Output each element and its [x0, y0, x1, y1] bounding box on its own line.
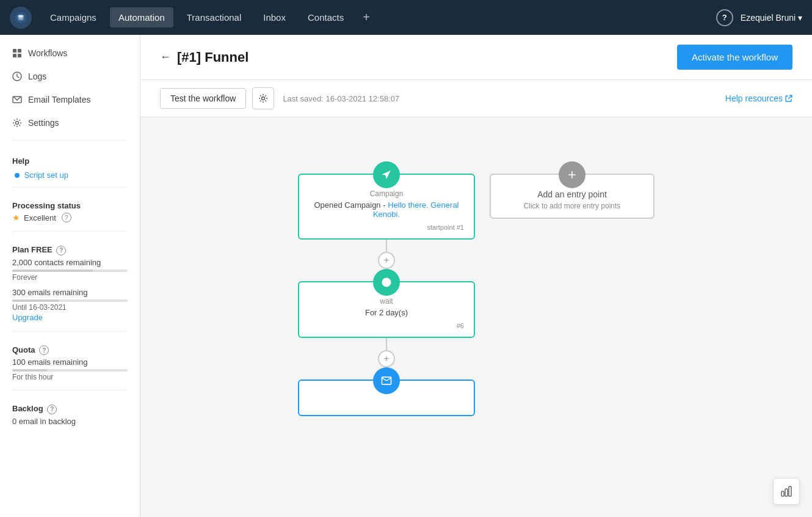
- upgrade-link[interactable]: Upgrade: [12, 313, 43, 322]
- emails-progress-bar: [12, 299, 128, 302]
- add-entry-title: Add an entry point: [501, 189, 643, 199]
- backlog-value: 0 email in backlog: [12, 417, 128, 426]
- contacts-period: Forever: [12, 273, 128, 282]
- wait-node-content: For 2 day(s): [309, 308, 464, 317]
- help-resources-label: Help resources: [725, 94, 783, 103]
- svg-rect-4: [18, 54, 21, 57]
- quota-text: Quota: [12, 345, 35, 354]
- sidebar-item-settings[interactable]: Settings: [0, 112, 140, 134]
- contacts-progress-fill: [12, 270, 93, 272]
- svg-point-8: [262, 97, 265, 100]
- sidebar-email-templates-label: Email Templates: [28, 95, 90, 105]
- page-header: ← [#1] Funnel Activate the workflow: [140, 35, 812, 80]
- help-section-label: Help: [0, 147, 140, 168]
- backlog-label: Backlog ?: [12, 404, 128, 414]
- help-icon-processing[interactable]: ?: [62, 213, 71, 222]
- excellent-text: Excellent: [24, 213, 56, 222]
- sidebar-item-workflows[interactable]: Workflows: [0, 42, 140, 64]
- email-node[interactable]: [298, 380, 475, 416]
- quota-progress-fill: [12, 369, 47, 372]
- quota-emails: 100 emails remaining: [12, 358, 128, 367]
- svg-rect-10: [781, 491, 784, 496]
- svg-rect-3: [13, 54, 16, 57]
- quota-period: For this hour: [12, 373, 128, 381]
- workflow-settings-button[interactable]: [252, 87, 274, 109]
- campaign-node-type: Campaign: [309, 189, 464, 198]
- help-icon-backlog[interactable]: ?: [47, 405, 57, 414]
- last-saved-text: Last saved: 16-03-2021 12:58:07: [283, 94, 399, 103]
- line-2a: [386, 338, 387, 350]
- svg-point-7: [16, 122, 19, 125]
- chart-button[interactable]: [773, 478, 800, 505]
- nav-contacts[interactable]: Contacts: [299, 7, 352, 28]
- help-button[interactable]: ?: [716, 9, 733, 26]
- plan-text: Plan FREE: [12, 245, 53, 254]
- toolbar: Test the workflow Last saved: 16-03-2021…: [140, 80, 812, 117]
- main-layout: Workflows Logs Email Templates Settings …: [0, 35, 812, 517]
- sidebar-item-email-templates[interactable]: Email Templates: [0, 89, 140, 111]
- svg-rect-2: [18, 49, 21, 53]
- workflow-canvas-area[interactable]: Campaign Opened Campaign - Hello there. …: [140, 117, 812, 517]
- back-button[interactable]: ←: [160, 51, 171, 64]
- page-title: [#1] Funnel: [177, 50, 248, 65]
- main-content: ← [#1] Funnel Activate the workflow Test…: [140, 35, 812, 517]
- nav-automation[interactable]: Automation: [110, 7, 173, 28]
- plan-section: Plan FREE ? 2,000 contacts remaining For…: [0, 238, 140, 325]
- script-setup-link[interactable]: Script set up: [0, 169, 140, 181]
- add-step-button-2[interactable]: +: [378, 350, 395, 367]
- processing-status-section: Processing status ★ Excellent ?: [0, 194, 140, 225]
- divider-5: [12, 390, 128, 391]
- emails-remaining: 300 emails remaining: [12, 288, 128, 297]
- add-step-button-1[interactable]: +: [378, 252, 395, 269]
- nav-campaigns[interactable]: Campaigns: [42, 7, 105, 28]
- activate-workflow-button[interactable]: Activate the workflow: [677, 45, 792, 70]
- logo[interactable]: [10, 7, 32, 29]
- email-node-icon: [373, 367, 400, 394]
- divider-2: [12, 187, 128, 188]
- nav-inbox[interactable]: Inbox: [255, 7, 294, 28]
- contacts-remaining: 2,000 contacts remaining: [12, 258, 128, 267]
- workflow-nodes: Campaign Opened Campaign - Hello there. …: [263, 160, 690, 416]
- star-icon: ★: [12, 213, 20, 222]
- svg-rect-11: [785, 489, 788, 496]
- script-setup-anchor[interactable]: Script set up: [24, 170, 68, 180]
- contacts-progress-bar: [12, 270, 128, 272]
- add-entry-point-node[interactable]: Add an entry point Click to add more ent…: [490, 174, 654, 219]
- processing-status-label: Processing status: [12, 201, 128, 210]
- sidebar-item-logs[interactable]: Logs: [0, 65, 140, 87]
- line-1a: [386, 240, 387, 252]
- add-entry-subtitle: Click to add more entry points: [501, 202, 643, 210]
- help-resources-link[interactable]: Help resources: [725, 94, 792, 103]
- backlog-section: Backlog ? 0 email in backlog: [0, 397, 140, 430]
- topnav: Campaigns Automation Transactional Inbox…: [0, 0, 812, 35]
- emails-until: Until 16-03-2021: [12, 303, 128, 312]
- sidebar-logs-label: Logs: [28, 72, 46, 81]
- sidebar-settings-label: Settings: [28, 118, 59, 128]
- campaign-node-icon: [373, 161, 400, 188]
- svg-rect-1: [13, 49, 16, 53]
- user-menu-button[interactable]: Ezequiel Bruni ▾: [741, 13, 802, 23]
- campaign-node[interactable]: Campaign Opened Campaign - Hello there. …: [298, 174, 475, 240]
- divider-4: [12, 331, 128, 332]
- add-menu-button[interactable]: +: [357, 9, 375, 27]
- test-workflow-button[interactable]: Test the workflow: [160, 88, 246, 109]
- dot-icon: [15, 173, 20, 178]
- plan-label: Plan FREE ?: [12, 245, 128, 255]
- help-icon-plan[interactable]: ?: [56, 246, 66, 255]
- wait-node-icon: [373, 269, 400, 296]
- divider-1: [12, 140, 128, 141]
- emails-progress-fill: [12, 299, 59, 302]
- help-icon-quota[interactable]: ?: [39, 345, 49, 355]
- quota-label: Quota ?: [12, 345, 128, 356]
- campaign-prefix: Opened Campaign -: [314, 200, 385, 210]
- wait-node-badge: #6: [309, 322, 464, 329]
- divider-3: [12, 231, 128, 232]
- processing-status-value: ★ Excellent ?: [12, 213, 128, 222]
- sidebar-workflows-label: Workflows: [28, 48, 67, 58]
- nav-transactional[interactable]: Transactional: [178, 7, 250, 28]
- campaign-link[interactable]: Hello there. General Kenobi.: [373, 200, 459, 219]
- title-area: ← [#1] Funnel: [160, 50, 248, 65]
- add-entry-icon: [559, 161, 585, 188]
- sidebar: Workflows Logs Email Templates Settings …: [0, 35, 140, 517]
- wait-node[interactable]: wait For 2 day(s) #6: [298, 281, 475, 338]
